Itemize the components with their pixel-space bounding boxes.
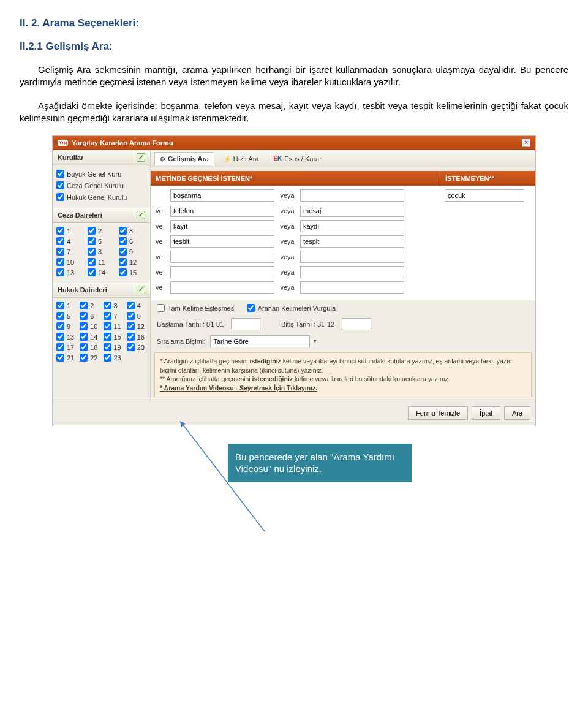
daire-checkbox[interactable]: 15 bbox=[119, 268, 146, 276]
opt-vurgula[interactable]: Aranan Kelimeleri Vurgula bbox=[247, 304, 336, 312]
unwanted-input[interactable] bbox=[445, 189, 524, 202]
clear-form-button[interactable]: Formu Temizle bbox=[408, 406, 468, 420]
daire-checkbox[interactable]: 16 bbox=[127, 333, 146, 341]
conj-ve: ve bbox=[156, 268, 167, 276]
wanted-a-input[interactable] bbox=[170, 189, 274, 202]
sidebar-head-hukuk-label: Hukuk Daireleri bbox=[58, 286, 107, 294]
wanted-b-input[interactable] bbox=[300, 251, 404, 263]
opt-tam-kelime[interactable]: Tam Kelime Eşleşmesi bbox=[157, 304, 236, 312]
daire-checkbox[interactable]: 1 bbox=[56, 302, 76, 309]
tab-hizli-ara[interactable]: Hızlı Ara bbox=[218, 152, 265, 165]
wanted-b-input[interactable] bbox=[300, 266, 404, 278]
kurul-checkbox[interactable]: Ceza Genel Kurulu bbox=[56, 180, 146, 191]
daire-checkbox[interactable]: 2 bbox=[80, 302, 99, 309]
daire-checkbox[interactable]: 5 bbox=[88, 237, 115, 245]
daire-checkbox[interactable]: 22 bbox=[80, 354, 99, 362]
daire-checkbox[interactable]: 19 bbox=[104, 343, 123, 351]
intro-paragraph-2: Aşağıdaki örnekte içerisinde: boşanma, t… bbox=[20, 100, 568, 125]
daire-checkbox[interactable]: 7 bbox=[56, 248, 84, 256]
daire-checkbox[interactable]: 1 bbox=[56, 227, 84, 235]
wanted-b-input[interactable] bbox=[300, 220, 404, 232]
sidebar-head-hukuk: Hukuk Daireleri ✓ bbox=[53, 283, 150, 298]
kurul-checkbox[interactable]: Büyük Genel Kurul bbox=[56, 168, 146, 180]
cancel-button[interactable]: İptal bbox=[472, 406, 500, 420]
help-line-1: * Aradığınız içtihatta geçmesini istediğ… bbox=[160, 357, 526, 374]
conj-ve: ve bbox=[156, 222, 167, 230]
daire-checkbox[interactable]: 7 bbox=[104, 312, 123, 320]
sort-row: Sıralama Biçimi: ▾ bbox=[151, 333, 535, 350]
daire-checkbox[interactable]: 6 bbox=[119, 237, 146, 245]
check-all-icon[interactable]: ✓ bbox=[137, 153, 145, 162]
conj-veya: veya bbox=[278, 222, 296, 230]
search-button[interactable]: Ara bbox=[504, 406, 530, 420]
wanted-a-input[interactable] bbox=[170, 266, 274, 278]
daire-checkbox[interactable]: 11 bbox=[104, 322, 123, 330]
check-all-icon[interactable]: ✓ bbox=[137, 211, 145, 219]
daire-checkbox[interactable]: 14 bbox=[80, 333, 99, 341]
wanted-a-input[interactable] bbox=[170, 205, 274, 217]
hukuk-group: 1234567891011121314151617181920212223 bbox=[53, 298, 150, 368]
daire-checkbox[interactable]: 8 bbox=[88, 248, 115, 256]
bolt-icon bbox=[224, 155, 231, 162]
callout-line-2: nu izleyiniz. bbox=[274, 463, 322, 474]
daire-checkbox[interactable]: 14 bbox=[88, 268, 115, 276]
wanted-b-input[interactable] bbox=[300, 235, 404, 248]
wanted-b-input[interactable] bbox=[300, 189, 404, 202]
help-video-link[interactable]: * Arama Yardım Videosu - Seyretmek İçin … bbox=[160, 384, 526, 393]
wanted-a-input[interactable] bbox=[170, 281, 274, 294]
end-date-label: Bitiş Tarihi : 31-12- bbox=[281, 321, 337, 328]
options-row: Tam Kelime Eşleşmesi Aranan Kelimeleri V… bbox=[151, 300, 535, 316]
daire-checkbox[interactable]: 4 bbox=[56, 237, 84, 245]
daire-checkbox[interactable]: 21 bbox=[56, 354, 76, 362]
sort-label: Sıralama Biçimi: bbox=[157, 338, 205, 345]
conj-ve: ve bbox=[156, 253, 167, 260]
end-date-input[interactable] bbox=[342, 318, 371, 330]
sort-select[interactable]: ▾ bbox=[210, 335, 320, 347]
daire-checkbox[interactable]: 9 bbox=[56, 322, 76, 330]
daire-checkbox[interactable]: 3 bbox=[119, 227, 146, 235]
word-grid: veyaveveyaveveyaveveyaveveyaveveyaveveya bbox=[151, 186, 535, 300]
app-logo: Yrg bbox=[58, 140, 68, 146]
daire-checkbox[interactable]: 4 bbox=[127, 302, 146, 309]
tab-esas-karar[interactable]: EK Esas / Karar bbox=[268, 152, 326, 165]
daire-checkbox[interactable]: 8 bbox=[127, 312, 146, 320]
kurullar-group: Büyük Genel Kurul Ceza Genel Kurulu Huku… bbox=[53, 165, 150, 208]
window-title-bar: Yrg Yargıtay Kararları Arama Formu × bbox=[53, 136, 535, 150]
daire-checkbox[interactable] bbox=[127, 354, 146, 362]
daire-checkbox[interactable]: 12 bbox=[119, 258, 146, 266]
daire-checkbox[interactable]: 10 bbox=[56, 258, 84, 266]
daire-checkbox[interactable]: 11 bbox=[88, 258, 115, 266]
col-istenmeyen-label: İSTENMEYEN** bbox=[440, 171, 535, 186]
footer-buttons: Formu Temizle İptal Ara bbox=[53, 401, 535, 425]
daire-checkbox[interactable]: 12 bbox=[127, 322, 146, 330]
check-all-icon[interactable]: ✓ bbox=[137, 286, 145, 294]
main-pane: Gelişmiş Ara Hızlı Ara EK Esas / Karar M… bbox=[151, 150, 535, 401]
daire-checkbox[interactable]: 3 bbox=[104, 302, 123, 309]
daire-checkbox[interactable]: 9 bbox=[119, 248, 146, 256]
wanted-a-input[interactable] bbox=[170, 220, 274, 232]
daire-checkbox[interactable]: 13 bbox=[56, 333, 76, 341]
sidebar-head-kurullar: Kurullar ✓ bbox=[53, 150, 150, 165]
col-istenen-label: METİNDE GEÇMESİ İSTENEN* bbox=[151, 171, 440, 186]
wanted-b-input[interactable] bbox=[300, 281, 404, 294]
daire-checkbox[interactable]: 18 bbox=[80, 343, 99, 351]
start-date-input[interactable] bbox=[231, 318, 260, 330]
daire-checkbox[interactable]: 23 bbox=[104, 354, 123, 362]
daire-checkbox[interactable]: 20 bbox=[127, 343, 146, 351]
conj-ve: ve bbox=[156, 207, 167, 214]
daire-checkbox[interactable]: 17 bbox=[56, 343, 76, 351]
daire-checkbox[interactable]: 5 bbox=[56, 312, 76, 320]
daire-checkbox[interactable]: 15 bbox=[104, 333, 123, 341]
wanted-a-input[interactable] bbox=[170, 235, 274, 248]
daire-checkbox[interactable]: 13 bbox=[56, 268, 84, 276]
tab-gelismis-ara[interactable]: Gelişmiş Ara bbox=[154, 152, 214, 165]
wanted-a-input[interactable] bbox=[170, 251, 274, 263]
daire-checkbox[interactable]: 10 bbox=[80, 322, 99, 330]
close-icon[interactable]: × bbox=[522, 139, 530, 147]
daire-checkbox[interactable]: 6 bbox=[80, 312, 99, 320]
ceza-group: 123456789101112131415 bbox=[53, 223, 150, 283]
kurul-checkbox[interactable]: Hukuk Genel Kurulu bbox=[56, 191, 146, 203]
conj-veya: veya bbox=[278, 192, 296, 199]
wanted-b-input[interactable] bbox=[300, 205, 404, 217]
daire-checkbox[interactable]: 2 bbox=[88, 227, 115, 235]
